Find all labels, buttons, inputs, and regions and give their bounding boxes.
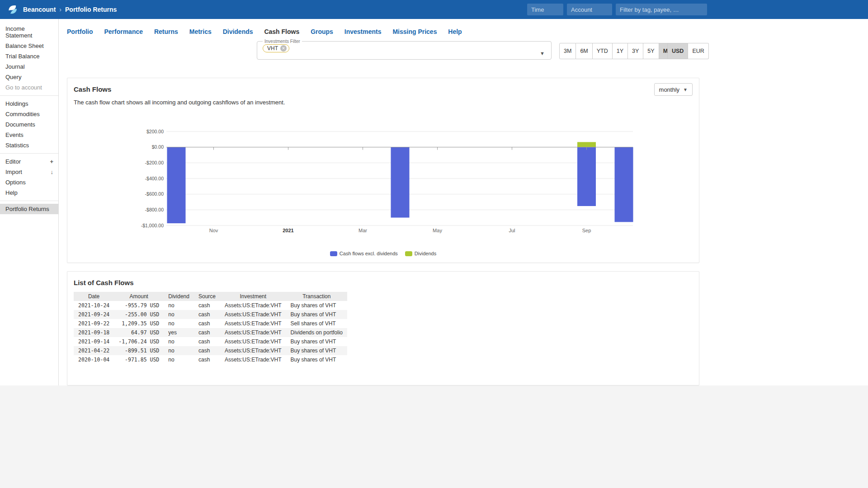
card-title: List of Cash Flows — [67, 272, 699, 286]
tab-missing-prices[interactable]: Missing Prices — [392, 28, 437, 35]
sidebar-item-query[interactable]: Query — [0, 72, 58, 82]
sidebar-item-import[interactable]: Import↓ — [0, 167, 58, 177]
sidebar-item-statistics[interactable]: Statistics — [0, 140, 58, 150]
cell-date: 2021-09-22 — [74, 319, 114, 328]
app-header: Beancount › Portfolio Returns — [0, 0, 868, 19]
cell-source: cash — [194, 301, 220, 310]
cell-investment: Assets:US:ETrade:VHT — [220, 346, 286, 355]
range-button-5y[interactable]: 5Y — [643, 43, 659, 59]
time-filter-input[interactable] — [527, 4, 563, 15]
svg-text:2021: 2021 — [283, 228, 293, 233]
tab-metrics[interactable]: Metrics — [189, 28, 212, 35]
breadcrumb-app[interactable]: Beancount — [23, 6, 56, 13]
sidebar-item-options[interactable]: Options — [0, 177, 58, 188]
cell-transaction: Buy shares of VHT — [286, 337, 347, 346]
svg-text:May: May — [433, 228, 442, 233]
cell-investment: Assets:US:ETrade:VHT — [220, 319, 286, 328]
fava-logo[interactable] — [6, 4, 19, 16]
sidebar-item-help[interactable]: Help — [0, 188, 58, 198]
currency-buttons: USD EUR — [667, 43, 709, 59]
investments-filter-label: Investments Filter — [263, 39, 302, 44]
cell-dividend: no — [164, 355, 194, 364]
cell-date: 2021-09-24 — [74, 310, 114, 319]
legend-label: Cash flows excl. dividends — [340, 251, 398, 256]
sidebar-item-trial-balance[interactable]: Trial Balance — [0, 51, 58, 61]
cell-investment: Assets:US:ETrade:VHT — [220, 328, 286, 337]
sidebar-item-editor[interactable]: Editor+ — [0, 156, 58, 167]
column-header-date: Date — [74, 292, 114, 301]
cell-investment: Assets:US:ETrade:VHT — [220, 301, 286, 310]
range-button-3y[interactable]: 3Y — [628, 43, 643, 59]
chip-label: VHT — [267, 45, 278, 52]
breadcrumb-separator-icon: › — [59, 6, 61, 13]
sidebar-item-balance-sheet[interactable]: Balance Sheet — [0, 41, 58, 51]
sidebar-item-events[interactable]: Events — [0, 130, 58, 140]
svg-text:$200.00: $200.00 — [146, 129, 164, 134]
remove-investment-icon[interactable]: ✕ — [280, 45, 287, 52]
cell-transaction: Buy shares of VHT — [286, 346, 347, 355]
search-filter-input[interactable] — [616, 4, 707, 15]
download-icon[interactable]: ↓ — [51, 169, 54, 175]
tab-portfolio[interactable]: Portfolio — [67, 28, 93, 35]
tab-dividends[interactable]: Dividends — [223, 28, 253, 35]
list-of-cash-flows-card: List of Cash Flows Date Amount Dividend … — [67, 271, 699, 385]
cell-source: cash — [194, 337, 220, 346]
column-header-source: Source — [194, 292, 220, 301]
sidebar-item-holdings[interactable]: Holdings — [0, 99, 58, 109]
sidebar-item-commodities[interactable]: Commodities — [0, 109, 58, 119]
legend-label: Dividends — [415, 251, 436, 256]
cash-flows-table: Date Amount Dividend Source Investment T… — [74, 292, 347, 364]
main-content: Portfolio Performance Returns Metrics Di… — [59, 19, 868, 385]
range-button-6m[interactable]: 6M — [576, 43, 592, 59]
cell-transaction: Buy shares of VHT — [286, 310, 347, 319]
svg-text:Sep: Sep — [582, 228, 591, 233]
cashflow-chart: $200.00$0.00-$200.00-$400.00-$600.00-$80… — [67, 126, 699, 238]
cell-dividend: no — [164, 346, 194, 355]
svg-text:-$600.00: -$600.00 — [145, 191, 164, 197]
card-title: Cash Flows — [67, 78, 699, 93]
tab-returns[interactable]: Returns — [154, 28, 178, 35]
sidebar-item-label: Import — [5, 169, 22, 175]
time-range-buttons: 3M 6M YTD 1Y 3Y 5Y MAX — [559, 43, 680, 59]
table-row: 2021-09-24 -255.00 USD no cash Assets:US… — [74, 310, 347, 319]
dropdown-caret-icon[interactable]: ▼ — [540, 51, 545, 56]
column-header-dividend: Dividend — [164, 292, 194, 301]
range-button-3m[interactable]: 3M — [559, 43, 576, 59]
svg-text:Jul: Jul — [509, 228, 515, 233]
sidebar-item-journal[interactable]: Journal — [0, 61, 58, 72]
sidebar-item-income-statement[interactable]: Income Statement — [0, 23, 58, 41]
sidebar-item-go-to-account[interactable]: Go to account — [0, 82, 58, 93]
svg-text:Nov: Nov — [209, 228, 218, 233]
cell-dividend: no — [164, 337, 194, 346]
tab-cash-flows[interactable]: Cash Flows — [264, 28, 299, 35]
table-row: 2021-10-24 -955.79 USD no cash Assets:US… — [74, 301, 347, 310]
sidebar-divider — [0, 95, 58, 96]
tab-performance[interactable]: Performance — [104, 28, 143, 35]
table-header-row: Date Amount Dividend Source Investment T… — [74, 292, 347, 301]
cell-transaction: Buy shares of VHT — [286, 301, 347, 310]
investments-filter-combobox[interactable]: Investments Filter VHT ✕ ▼ — [257, 39, 552, 60]
add-icon[interactable]: + — [50, 158, 53, 165]
tab-investments[interactable]: Investments — [344, 28, 382, 35]
currency-button-eur[interactable]: EUR — [688, 43, 708, 59]
cell-investment: Assets:US:ETrade:VHT — [220, 310, 286, 319]
cell-transaction: Sell shares of VHT — [286, 319, 347, 328]
cashflow-chart-svg: $200.00$0.00-$200.00-$400.00-$600.00-$80… — [67, 126, 699, 238]
sidebar-item-portfolio-returns[interactable]: Portfolio Returns — [0, 204, 58, 214]
cell-source: cash — [194, 346, 220, 355]
account-filter-input[interactable] — [567, 4, 612, 15]
range-button-ytd[interactable]: YTD — [593, 43, 613, 59]
breadcrumb-page[interactable]: Portfolio Returns — [65, 6, 117, 13]
tab-help[interactable]: Help — [448, 28, 462, 35]
cell-amount: -971.85 USD — [114, 355, 164, 364]
table-row: 2021-09-14 -1,706.24 USD no cash Assets:… — [74, 337, 347, 346]
tab-groups[interactable]: Groups — [311, 28, 333, 35]
range-button-1y[interactable]: 1Y — [613, 43, 628, 59]
column-header-amount: Amount — [114, 292, 164, 301]
selected-investment-chip[interactable]: VHT ✕ — [263, 44, 289, 52]
svg-text:-$1,000.00: -$1,000.00 — [141, 223, 164, 228]
currency-button-usd[interactable]: USD — [667, 43, 688, 59]
interval-selector[interactable]: monthly ▼ — [654, 83, 693, 96]
cell-dividend: no — [164, 319, 194, 328]
sidebar-item-documents[interactable]: Documents — [0, 119, 58, 130]
